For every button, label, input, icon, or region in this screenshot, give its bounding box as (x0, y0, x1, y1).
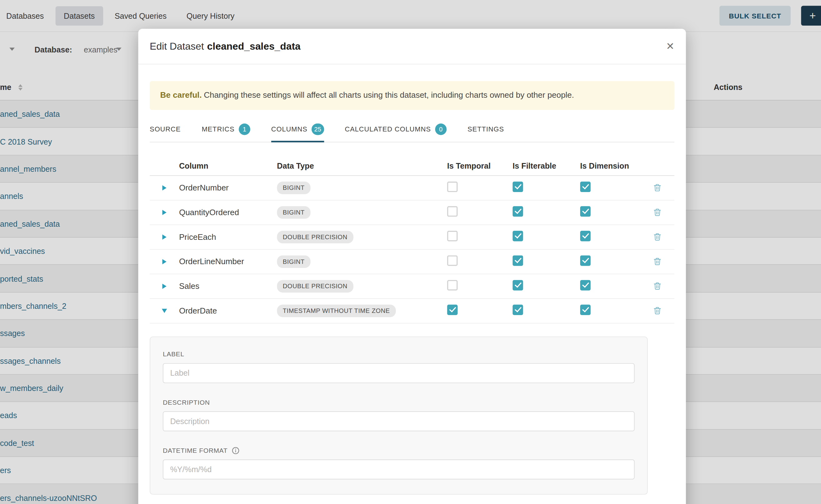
tab-label: COLUMNS (271, 125, 307, 133)
is-dimension-checkbox[interactable] (580, 206, 591, 217)
data-type-pill: TIMESTAMP WITHOUT TIME ZONE (277, 304, 396, 317)
is-temporal-checkbox[interactable] (447, 231, 458, 241)
column-row: OrderDateTIMESTAMP WITHOUT TIME ZONE (150, 299, 674, 324)
is-filterable-checkbox[interactable] (513, 231, 523, 241)
column-header-is-filterable: Is Filterable (513, 161, 580, 170)
modal-tabs: SOURCEMETRICS1COLUMNS25CALCULATED COLUMN… (150, 118, 674, 142)
modal-title: Edit Datasetcleaned_sales_data (150, 41, 300, 52)
delete-cell (648, 256, 674, 267)
is-dimension-checkbox[interactable] (580, 280, 591, 291)
trash-icon (653, 183, 662, 192)
tab-label: METRICS (202, 125, 235, 133)
delete-cell (648, 207, 674, 218)
expand-caret-icon[interactable] (162, 185, 166, 190)
data-type-pill: BIGINT (277, 255, 310, 268)
expand-cell (150, 235, 179, 240)
is-dimension-checkbox[interactable] (580, 181, 591, 192)
delete-column-button[interactable] (652, 305, 663, 316)
column-name: OrderLineNumber (179, 257, 244, 266)
tab-settings[interactable]: SETTINGS (468, 118, 504, 142)
tab-calculated-columns[interactable]: CALCULATED COLUMNS0 (345, 118, 447, 142)
column-header-is-dimension: Is Dimension (580, 161, 648, 170)
column-row: OrderLineNumberBIGINT (150, 250, 674, 274)
columns-table-body: OrderNumberBIGINTQuantityOrderedBIGINTPr… (150, 176, 674, 324)
tab-label: SOURCE (150, 125, 180, 133)
data-type-cell: BIGINT (277, 255, 448, 268)
expand-cell (150, 284, 179, 289)
tab-count-badge: 1 (239, 123, 250, 135)
column-detail-panel: LABEL DESCRIPTION DATETIME FORMAT (150, 337, 648, 495)
column-name: Sales (179, 282, 199, 290)
data-type-cell: TIMESTAMP WITHOUT TIME ZONE (277, 304, 448, 317)
is-filterable-checkbox-cell (513, 280, 580, 293)
is-dimension-checkbox[interactable] (580, 231, 591, 241)
is-filterable-checkbox-cell (513, 181, 580, 194)
is-temporal-checkbox[interactable] (447, 304, 458, 315)
column-name-cell: PriceEach (179, 232, 277, 242)
is-temporal-checkbox-cell (447, 280, 513, 293)
is-temporal-checkbox[interactable] (447, 280, 458, 291)
datetime-format-field-group: DATETIME FORMAT (163, 447, 635, 479)
trash-icon (653, 233, 662, 241)
is-dimension-checkbox[interactable] (580, 255, 591, 266)
expand-caret-icon[interactable] (162, 210, 166, 215)
tab-label: SETTINGS (468, 125, 504, 133)
column-name: OrderDate (179, 306, 217, 315)
column-row: OrderNumberBIGINT (150, 176, 674, 200)
modal-title-dataset-name: cleaned_sales_data (207, 41, 300, 52)
is-temporal-checkbox-cell (447, 206, 513, 219)
is-temporal-checkbox[interactable] (447, 181, 458, 192)
datetime-format-field-label: DATETIME FORMAT (163, 447, 635, 454)
is-dimension-checkbox[interactable] (580, 304, 591, 315)
delete-column-button[interactable] (652, 232, 663, 243)
description-input[interactable] (163, 411, 635, 431)
is-dimension-checkbox-cell (580, 255, 648, 268)
data-type-pill: DOUBLE PRECISION (277, 231, 353, 243)
is-temporal-checkbox[interactable] (447, 206, 458, 217)
tab-metrics[interactable]: METRICS1 (202, 118, 250, 142)
is-temporal-checkbox-cell (447, 181, 513, 194)
column-name-cell: QuantityOrdered (179, 208, 277, 217)
is-filterable-checkbox[interactable] (513, 255, 523, 266)
trash-icon (653, 306, 662, 315)
delete-cell (648, 281, 674, 292)
is-temporal-checkbox[interactable] (447, 255, 458, 266)
column-name: PriceEach (179, 232, 216, 241)
trash-icon (653, 282, 662, 290)
is-dimension-checkbox-cell (580, 231, 648, 243)
info-icon[interactable] (232, 447, 239, 454)
is-temporal-checkbox-cell (447, 304, 513, 317)
delete-column-button[interactable] (652, 182, 663, 193)
collapse-caret-icon[interactable] (162, 309, 167, 313)
is-filterable-checkbox[interactable] (513, 280, 523, 291)
is-filterable-checkbox-cell (513, 255, 580, 268)
column-header-is-temporal: Is Temporal (447, 161, 513, 170)
column-name: OrderNumber (179, 183, 229, 192)
datetime-format-input[interactable] (163, 459, 635, 479)
expand-caret-icon[interactable] (162, 284, 166, 289)
tab-source[interactable]: SOURCE (150, 118, 180, 142)
expand-caret-icon[interactable] (162, 235, 166, 240)
tab-columns[interactable]: COLUMNS25 (271, 118, 324, 142)
column-name-cell: OrderDate (179, 306, 277, 315)
warning-banner: Be careful.Changing these settings will … (150, 81, 674, 110)
close-icon[interactable]: ✕ (666, 41, 675, 51)
delete-column-button[interactable] (652, 281, 663, 292)
is-filterable-checkbox[interactable] (513, 304, 523, 315)
is-filterable-checkbox[interactable] (513, 206, 523, 217)
trash-icon (653, 257, 662, 266)
is-filterable-checkbox[interactable] (513, 181, 523, 192)
column-row: SalesDOUBLE PRECISION (150, 274, 674, 299)
delete-column-button[interactable] (652, 256, 663, 267)
delete-column-button[interactable] (652, 207, 663, 218)
column-name-cell: Sales (179, 282, 277, 291)
warning-banner-bold: Be careful. (160, 91, 202, 99)
description-field-label: DESCRIPTION (163, 399, 635, 406)
data-type-pill: BIGINT (277, 181, 310, 194)
is-dimension-checkbox-cell (580, 206, 648, 219)
is-dimension-checkbox-cell (580, 181, 648, 194)
column-name-cell: OrderNumber (179, 183, 277, 192)
expand-caret-icon[interactable] (162, 259, 166, 264)
label-input[interactable] (163, 363, 635, 383)
modal-body: Be careful.Changing these settings will … (138, 81, 686, 495)
